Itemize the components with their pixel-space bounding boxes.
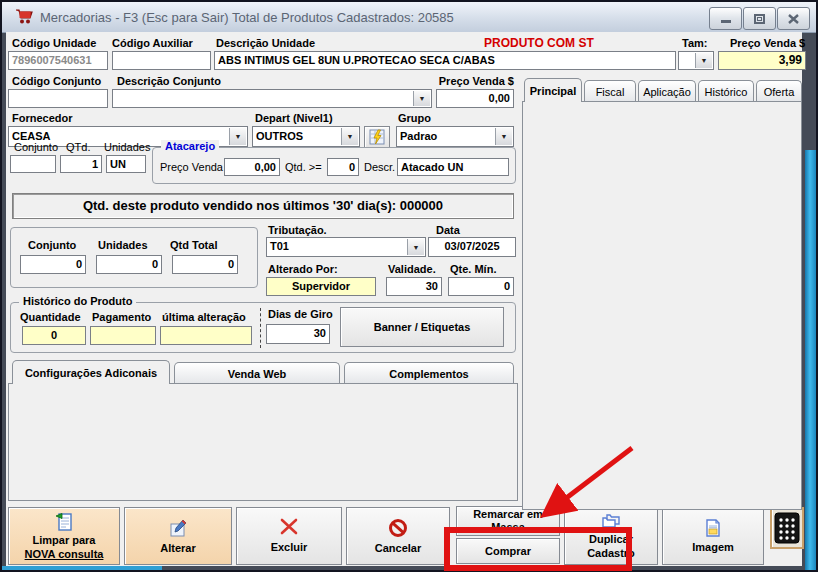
chevron-down-icon[interactable]: ▼: [695, 53, 712, 68]
tam-label: Tam:: [682, 37, 707, 49]
qte-min-label: Qte. Mín.: [450, 263, 496, 275]
historico-divider: [260, 308, 261, 348]
tab-oferta[interactable]: Oferta: [756, 80, 802, 102]
cart-icon: [14, 8, 34, 26]
principal-tab-panel: [522, 101, 802, 510]
app-window: Mercadorias - F3 (Esc para Sair) Total d…: [0, 0, 818, 572]
codigo-auxiliar-label: Código Auxiliar: [112, 37, 193, 49]
atacarejo-preco-label: Preço Venda: [160, 161, 223, 173]
totais-conjunto-label: Conjunto: [28, 239, 76, 251]
tab-fiscal[interactable]: Fiscal: [584, 80, 636, 102]
descricao-unidade-label: Descrição Unidade: [216, 37, 315, 49]
atacarejo-preco-field[interactable]: 0,00: [224, 158, 280, 176]
preco-venda-label: Preço Venda $: [730, 37, 805, 49]
descricao-unidade-field[interactable]: ABS INTIMUS GEL 8UN U.PROTECAO SECA C/AB…: [214, 51, 676, 70]
validade-field[interactable]: 30: [386, 277, 442, 296]
tab-historico[interactable]: Histórico: [698, 80, 754, 102]
limpar-nova-consulta-button[interactable]: Limpar para NOVA consulta: [8, 507, 120, 565]
conjunto-label: Conjunto: [14, 141, 58, 153]
minimize-button[interactable]: [709, 7, 742, 30]
totais-unidades-field[interactable]: 0: [96, 255, 162, 274]
cancelar-button[interactable]: Cancelar: [346, 507, 450, 565]
configuracoes-tab-panel: [8, 383, 518, 501]
tab-complementos[interactable]: Complementos: [344, 362, 514, 384]
tab-principal[interactable]: Principal: [524, 78, 582, 102]
totais-qtd-total-label: Qtd Total: [170, 239, 217, 251]
codigo-auxiliar-field[interactable]: [112, 51, 211, 70]
dias-giro-label: Dias de Giro: [268, 308, 333, 320]
codigo-conjunto-field[interactable]: [8, 89, 108, 108]
image-page-icon: [704, 518, 722, 538]
comprar-button[interactable]: Comprar: [456, 538, 560, 564]
cancel-icon: [388, 518, 408, 538]
quantidade-field: 0: [22, 326, 86, 345]
atacarejo-descr-field[interactable]: Atacado UN: [397, 158, 509, 176]
descricao-conjunto-combobox[interactable]: ▼: [112, 89, 432, 108]
produto-com-st-badge: PRODUTO COM ST: [484, 36, 594, 50]
alterado-por-label: Alterado Por:: [268, 263, 338, 275]
depart-combobox[interactable]: OUTROS▼: [252, 126, 360, 147]
unidades-field[interactable]: UN: [106, 155, 146, 173]
remarcar-em-massa-button[interactable]: Remarcar em Massa: [456, 506, 560, 536]
data-field[interactable]: 03/07/2025: [428, 237, 516, 257]
alterar-button[interactable]: Alterar: [124, 507, 232, 565]
quantidade-label: Quantidade: [20, 311, 81, 323]
totais-unidades-label: Unidades: [98, 239, 148, 251]
title-bar[interactable]: Mercadorias - F3 (Esc para Sair) Total d…: [2, 2, 816, 33]
depart-edit-button[interactable]: [364, 126, 390, 148]
chevron-down-icon[interactable]: ▼: [229, 128, 246, 145]
close-button[interactable]: [777, 7, 810, 30]
restore-button[interactable]: [743, 7, 776, 30]
chevron-down-icon[interactable]: ▼: [413, 91, 430, 106]
tab-venda-web[interactable]: Venda Web: [174, 362, 340, 384]
sold-quantity-banner: Qtd. deste produto vendido nos últimos '…: [12, 193, 514, 219]
tam-combobox[interactable]: ▼: [678, 51, 714, 70]
close-icon: [788, 14, 799, 24]
banner-etiquetas-button[interactable]: Banner / Etiquetas: [340, 307, 504, 347]
atacarejo-qtd-field[interactable]: 0: [327, 158, 359, 176]
atacarejo-qtd-label: Qtd. >=: [285, 161, 322, 173]
tab-configuracoes-adicionais[interactable]: Configurações Adiconais: [12, 360, 170, 384]
chevron-down-icon[interactable]: ▼: [495, 128, 512, 145]
data-label: Data: [436, 224, 460, 236]
preco-venda-field[interactable]: 3,99: [718, 51, 806, 70]
dias-giro-field[interactable]: 30: [266, 324, 330, 344]
codigo-conjunto-label: Código Conjunto: [12, 75, 101, 87]
preco-venda2-label: Preço Venda $: [432, 75, 514, 87]
fornecedor-label: Fornecedor: [12, 112, 73, 124]
codigo-unidade-label: Código Unidade: [12, 37, 96, 49]
tributacao-combobox[interactable]: T01▼: [266, 237, 426, 257]
window-title: Mercadorias - F3 (Esc para Sair) Total d…: [40, 10, 454, 25]
minimize-icon: [721, 14, 731, 23]
qte-min-field[interactable]: 0: [448, 277, 514, 296]
grupo-label: Grupo: [398, 112, 431, 124]
keypad-grid-icon: [774, 512, 800, 544]
totais-conjunto-field[interactable]: 0: [20, 255, 86, 274]
imagem-button[interactable]: Imagem: [662, 507, 764, 565]
tab-aplicacao[interactable]: Aplicação: [638, 80, 696, 102]
ultima-alteracao-field: [160, 326, 252, 345]
pencil-icon: [168, 518, 188, 538]
historico-title: Histórico do Produto: [19, 295, 136, 307]
tributacao-label: Tributação.: [268, 224, 327, 236]
descricao-conjunto-label: Descrição Conjunto: [117, 75, 221, 87]
unidades-label: Unidades: [104, 141, 150, 153]
preco-venda2-field[interactable]: 0,00: [436, 89, 514, 108]
conjunto-field[interactable]: [10, 155, 56, 173]
grupo-combobox[interactable]: Padrao▼: [396, 126, 514, 147]
qtd-field[interactable]: 1: [60, 155, 102, 173]
codigo-unidade-field[interactable]: 7896007540631: [8, 51, 108, 70]
chevron-down-icon[interactable]: ▼: [341, 128, 358, 145]
copy-folder-icon: [600, 512, 622, 530]
totais-qtd-total-field[interactable]: 0: [172, 255, 238, 274]
excluir-button[interactable]: Excluir: [236, 507, 342, 565]
restore-icon: [754, 14, 765, 24]
ultima-alteracao-label: última alteração: [162, 311, 246, 323]
new-document-icon: [54, 512, 74, 532]
validade-label: Validade.: [388, 263, 436, 275]
duplicar-cadastro-button[interactable]: Duplicar Cadastro: [564, 507, 658, 565]
alterado-por-field: Supervidor: [266, 277, 376, 296]
keypad-button[interactable]: [770, 507, 804, 549]
chevron-down-icon[interactable]: ▼: [407, 239, 424, 255]
depart-label: Depart (Nivel1): [255, 112, 333, 124]
